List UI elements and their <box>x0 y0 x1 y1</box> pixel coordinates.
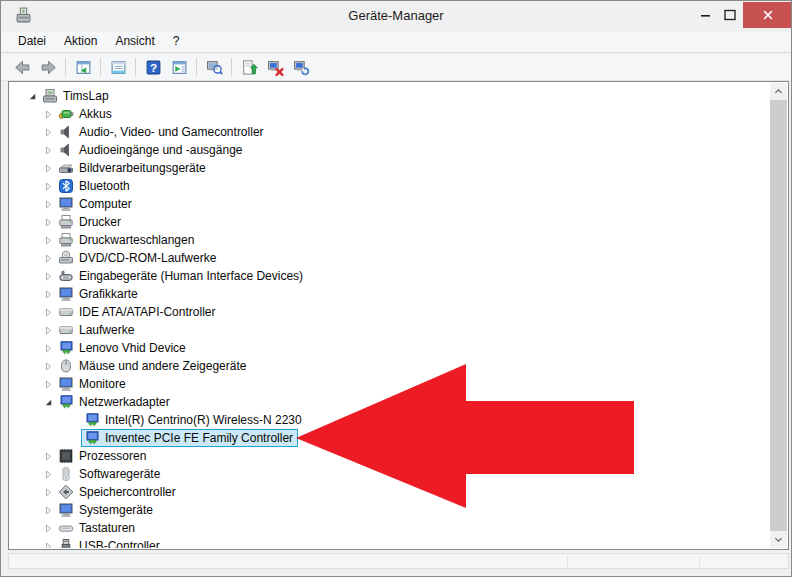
export-list-button[interactable] <box>167 55 191 79</box>
vertical-scrollbar[interactable] <box>770 83 787 548</box>
tree-item-inventec-pcie-fe-family-controller[interactable]: Inventec PCIe FE Family Controller <box>10 429 770 447</box>
tree-item-eingabeger-te-human-interface-devices[interactable]: Eingabegeräte (Human Interface Devices) <box>10 267 770 285</box>
expander-collapsed-icon[interactable] <box>41 359 55 373</box>
tree-item-bluetooth[interactable]: Bluetooth <box>10 177 770 195</box>
tree-item-softwareger-te[interactable]: Softwaregeräte <box>10 465 770 483</box>
scrollbar-down-button[interactable] <box>770 531 787 548</box>
expander-collapsed-icon[interactable] <box>41 215 55 229</box>
tree-item-laufwerke[interactable]: Laufwerke <box>10 321 770 339</box>
scan-for-hardware-button[interactable] <box>202 55 226 79</box>
expander-collapsed-icon[interactable] <box>41 125 55 139</box>
item-box[interactable]: Computer <box>55 195 137 213</box>
item-box[interactable]: Grafikkarte <box>55 285 143 303</box>
tree-item-tastaturen[interactable]: Tastaturen <box>10 519 770 537</box>
item-box[interactable]: Systemgeräte <box>55 501 158 519</box>
tree-item-drucker[interactable]: Drucker <box>10 213 770 231</box>
item-box[interactable]: Tastaturen <box>55 519 140 537</box>
back-button[interactable] <box>10 55 34 79</box>
close-button[interactable] <box>743 2 792 28</box>
expander-collapsed-icon[interactable] <box>41 485 55 499</box>
expander-collapsed-icon[interactable] <box>41 161 55 175</box>
item-box[interactable]: Eingabegeräte (Human Interface Devices) <box>55 267 308 285</box>
scrollbar-thumb[interactable] <box>770 100 787 531</box>
item-box[interactable]: Softwaregeräte <box>55 465 165 483</box>
minimize-button[interactable] <box>694 2 717 27</box>
tree-item-audioeing-nge-und-ausg-nge[interactable]: Audioeingänge und -ausgänge <box>10 141 770 159</box>
expander-collapsed-icon[interactable] <box>41 341 55 355</box>
tree-item-monitore[interactable]: Monitore <box>10 375 770 393</box>
item-box[interactable]: Bluetooth <box>55 177 135 195</box>
tree-item-usb-controller[interactable]: USB-Controller <box>10 537 770 548</box>
collapsed-triangle-icon <box>43 145 54 156</box>
tree-item-intel-r-centrino-r-wireless-n-2230[interactable]: Intel(R) Centrino(R) Wireless-N 2230 <box>10 411 770 429</box>
tree-item-timslap[interactable]: TimsLap <box>10 87 770 105</box>
item-box[interactable]: Monitore <box>55 375 131 393</box>
item-box[interactable]: Netzwerkadapter <box>55 393 175 411</box>
tree-item-lenovo-vhid-device[interactable]: Lenovo Vhid Device <box>10 339 770 357</box>
tree-item-druckwarteschlangen[interactable]: Druckwarteschlangen <box>10 231 770 249</box>
tree-item-dvd-cd-rom-laufwerke[interactable]: DVD/CD-ROM-Laufwerke <box>10 249 770 267</box>
device-tree: TimsLapAkkusAudio-, Video- und Gamecontr… <box>10 83 770 548</box>
item-box[interactable]: Audioeingänge und -ausgänge <box>55 141 247 159</box>
show-console-tree-button[interactable] <box>71 55 95 79</box>
expander-expanded-icon[interactable] <box>41 395 55 409</box>
tree-item-akkus[interactable]: Akkus <box>10 105 770 123</box>
item-box[interactable]: Bildverarbeitungsgeräte <box>55 159 211 177</box>
selected-item-box[interactable]: Inventec PCIe FE Family Controller <box>81 429 298 447</box>
tree-item-prozessoren[interactable]: Prozessoren <box>10 447 770 465</box>
expander-collapsed-icon[interactable] <box>41 377 55 391</box>
item-box[interactable]: Intel(R) Centrino(R) Wireless-N 2230 <box>81 411 307 429</box>
expander-collapsed-icon[interactable] <box>41 269 55 283</box>
update-driver-button[interactable] <box>237 55 261 79</box>
tree-item-m-use-und-andere-zeigeger-te[interactable]: Mäuse und andere Zeigegeräte <box>10 357 770 375</box>
item-box[interactable]: Akkus <box>55 105 117 123</box>
item-box[interactable]: DVD/CD-ROM-Laufwerke <box>55 249 221 267</box>
item-box[interactable]: Audio-, Video- und Gamecontroller <box>55 123 269 141</box>
item-box[interactable]: Prozessoren <box>55 447 151 465</box>
expander-collapsed-icon[interactable] <box>41 179 55 193</box>
expander-collapsed-icon[interactable] <box>41 287 55 301</box>
forward-button[interactable] <box>36 55 60 79</box>
properties-button[interactable] <box>106 55 130 79</box>
item-box[interactable]: IDE ATA/ATAPI-Controller <box>55 303 220 321</box>
expander-collapsed-icon[interactable] <box>41 323 55 337</box>
properties-icon <box>110 59 127 76</box>
expander-collapsed-icon[interactable] <box>41 233 55 247</box>
expander-collapsed-icon[interactable] <box>41 197 55 211</box>
scrollbar-up-button[interactable] <box>770 83 787 100</box>
expander-collapsed-icon[interactable] <box>41 539 55 548</box>
item-box[interactable]: Speichercontroller <box>55 483 181 501</box>
tree-item-systemger-te[interactable]: Systemgeräte <box>10 501 770 519</box>
tree-item-audio-video-und-gamecontroller[interactable]: Audio-, Video- und Gamecontroller <box>10 123 770 141</box>
uninstall-device-button[interactable] <box>263 55 287 79</box>
menu-ansicht[interactable]: Ansicht <box>106 31 163 52</box>
expander-collapsed-icon[interactable] <box>41 143 55 157</box>
help-button[interactable] <box>141 55 165 79</box>
maximize-button[interactable] <box>718 2 741 27</box>
tree-item-bildverarbeitungsger-te[interactable]: Bildverarbeitungsgeräte <box>10 159 770 177</box>
menu-datei[interactable]: Datei <box>9 31 55 52</box>
menu-hilfe[interactable]: ? <box>164 31 189 52</box>
expander-collapsed-icon[interactable] <box>41 503 55 517</box>
item-box[interactable]: Laufwerke <box>55 321 139 339</box>
item-box[interactable]: TimsLap <box>39 87 114 105</box>
expander-expanded-icon[interactable] <box>25 89 39 103</box>
expander-collapsed-icon[interactable] <box>41 449 55 463</box>
expander-collapsed-icon[interactable] <box>41 521 55 535</box>
expander-collapsed-icon[interactable] <box>41 305 55 319</box>
scan-hardware-changes-button[interactable] <box>289 55 313 79</box>
tree-item-grafikkarte[interactable]: Grafikkarte <box>10 285 770 303</box>
tree-item-ide-ata-atapi-controller[interactable]: IDE ATA/ATAPI-Controller <box>10 303 770 321</box>
expander-collapsed-icon[interactable] <box>41 467 55 481</box>
item-box[interactable]: USB-Controller <box>55 537 165 548</box>
item-box[interactable]: Lenovo Vhid Device <box>55 339 191 357</box>
tree-item-computer[interactable]: Computer <box>10 195 770 213</box>
menu-aktion[interactable]: Aktion <box>55 31 106 52</box>
expander-collapsed-icon[interactable] <box>41 251 55 265</box>
expander-collapsed-icon[interactable] <box>41 107 55 121</box>
tree-item-netzwerkadapter[interactable]: Netzwerkadapter <box>10 393 770 411</box>
item-box[interactable]: Mäuse und andere Zeigegeräte <box>55 357 251 375</box>
item-box[interactable]: Druckwarteschlangen <box>55 231 199 249</box>
tree-item-speichercontroller[interactable]: Speichercontroller <box>10 483 770 501</box>
item-box[interactable]: Drucker <box>55 213 126 231</box>
